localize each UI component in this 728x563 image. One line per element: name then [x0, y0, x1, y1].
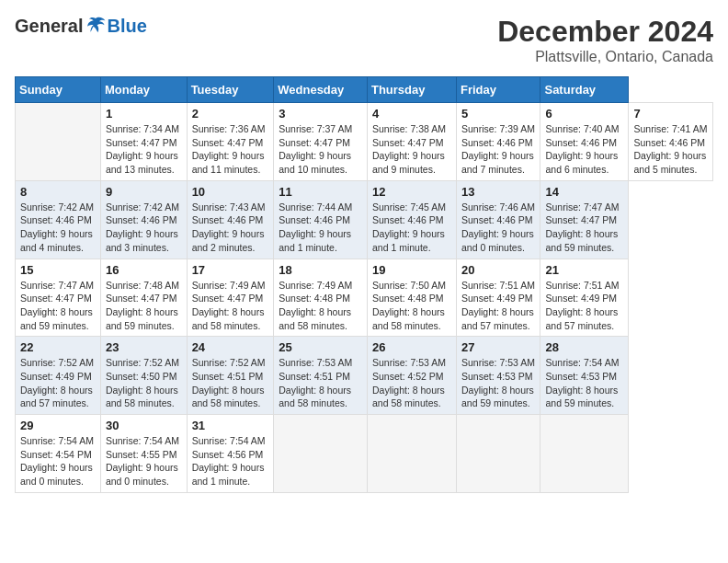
calendar-cell: 8Sunrise: 7:42 AMSunset: 4:46 PMDaylight… — [16, 180, 101, 259]
day-number: 13 — [461, 185, 535, 199]
day-info: Sunrise: 7:48 AMSunset: 4:47 PMDaylight:… — [106, 279, 182, 333]
month-title: December 2024 — [497, 15, 713, 49]
day-number: 29 — [20, 419, 96, 432]
calendar-week-1: 1Sunrise: 7:34 AMSunset: 4:47 PMDaylight… — [16, 103, 713, 181]
location-text: Plattsville, Ontario, Canada — [497, 49, 713, 65]
calendar-cell: 24Sunrise: 7:52 AMSunset: 4:51 PMDayligh… — [187, 337, 274, 415]
page-header: General Blue December 2024 Plattsville, … — [15, 15, 713, 65]
day-number: 9 — [106, 185, 182, 199]
day-info: Sunrise: 7:52 AMSunset: 4:50 PMDaylight:… — [106, 356, 182, 410]
day-number: 5 — [461, 107, 535, 121]
day-info: Sunrise: 7:51 AMSunset: 4:49 PMDaylight:… — [461, 279, 535, 333]
day-info: Sunrise: 7:54 AMSunset: 4:56 PMDaylight:… — [192, 434, 269, 488]
day-info: Sunrise: 7:51 AMSunset: 4:49 PMDaylight:… — [545, 279, 623, 333]
day-info: Sunrise: 7:53 AMSunset: 4:53 PMDaylight:… — [461, 356, 535, 410]
calendar-cell: 15Sunrise: 7:47 AMSunset: 4:47 PMDayligh… — [16, 259, 101, 337]
day-number: 11 — [279, 185, 362, 199]
day-number: 21 — [545, 263, 623, 277]
day-info: Sunrise: 7:43 AMSunset: 4:46 PMDaylight:… — [192, 201, 269, 255]
day-info: Sunrise: 7:47 AMSunset: 4:47 PMDaylight:… — [545, 201, 623, 255]
calendar-table: SundayMondayTuesdayWednesdayThursdayFrid… — [15, 76, 713, 493]
day-info: Sunrise: 7:52 AMSunset: 4:51 PMDaylight:… — [192, 356, 269, 410]
calendar-cell — [16, 103, 101, 181]
day-number: 26 — [372, 340, 451, 354]
day-info: Sunrise: 7:47 AMSunset: 4:47 PMDaylight:… — [20, 279, 96, 333]
calendar-cell — [456, 415, 540, 493]
day-info: Sunrise: 7:52 AMSunset: 4:49 PMDaylight:… — [20, 356, 96, 410]
calendar-cell — [367, 415, 456, 493]
calendar-cell: 30Sunrise: 7:54 AMSunset: 4:55 PMDayligh… — [100, 415, 187, 493]
calendar-cell: 26Sunrise: 7:53 AMSunset: 4:52 PMDayligh… — [367, 337, 456, 415]
day-info: Sunrise: 7:50 AMSunset: 4:48 PMDaylight:… — [372, 279, 451, 333]
day-info: Sunrise: 7:42 AMSunset: 4:46 PMDaylight:… — [106, 201, 182, 255]
calendar-cell: 13Sunrise: 7:46 AMSunset: 4:46 PMDayligh… — [456, 180, 540, 259]
calendar-cell: 31Sunrise: 7:54 AMSunset: 4:56 PMDayligh… — [187, 415, 274, 493]
day-info: Sunrise: 7:53 AMSunset: 4:51 PMDaylight:… — [279, 356, 362, 410]
day-number: 24 — [192, 340, 269, 354]
calendar-week-3: 15Sunrise: 7:47 AMSunset: 4:47 PMDayligh… — [16, 259, 713, 337]
day-info: Sunrise: 7:37 AMSunset: 4:47 PMDaylight:… — [279, 122, 362, 177]
day-info: Sunrise: 7:42 AMSunset: 4:46 PMDaylight:… — [20, 201, 96, 255]
calendar-cell: 4Sunrise: 7:38 AMSunset: 4:47 PMDaylight… — [367, 103, 456, 181]
day-number: 22 — [20, 340, 96, 354]
day-info: Sunrise: 7:54 AMSunset: 4:53 PMDaylight:… — [545, 356, 623, 410]
day-number: 8 — [20, 185, 96, 199]
calendar-cell: 28Sunrise: 7:54 AMSunset: 4:53 PMDayligh… — [540, 337, 629, 415]
day-number: 16 — [106, 263, 182, 277]
day-info: Sunrise: 7:54 AMSunset: 4:55 PMDaylight:… — [106, 434, 182, 488]
day-info: Sunrise: 7:36 AMSunset: 4:47 PMDaylight:… — [192, 122, 269, 177]
day-info: Sunrise: 7:41 AMSunset: 4:46 PMDaylight:… — [633, 122, 708, 177]
day-number: 17 — [192, 263, 269, 277]
day-info: Sunrise: 7:34 AMSunset: 4:47 PMDaylight:… — [106, 122, 182, 177]
calendar-cell: 14Sunrise: 7:47 AMSunset: 4:47 PMDayligh… — [540, 180, 629, 259]
calendar-cell: 9Sunrise: 7:42 AMSunset: 4:46 PMDaylight… — [100, 180, 187, 259]
calendar-cell: 19Sunrise: 7:50 AMSunset: 4:48 PMDayligh… — [367, 259, 456, 337]
calendar-cell — [540, 415, 629, 493]
day-info: Sunrise: 7:44 AMSunset: 4:46 PMDaylight:… — [279, 201, 362, 255]
calendar-cell: 27Sunrise: 7:53 AMSunset: 4:53 PMDayligh… — [456, 337, 540, 415]
day-info: Sunrise: 7:40 AMSunset: 4:46 PMDaylight:… — [545, 122, 623, 177]
day-info: Sunrise: 7:38 AMSunset: 4:47 PMDaylight:… — [372, 122, 451, 177]
day-info: Sunrise: 7:54 AMSunset: 4:54 PMDaylight:… — [20, 434, 96, 488]
calendar-week-4: 22Sunrise: 7:52 AMSunset: 4:49 PMDayligh… — [16, 337, 713, 415]
day-number: 4 — [372, 107, 451, 121]
day-number: 7 — [633, 107, 708, 121]
day-number: 30 — [106, 419, 182, 432]
calendar-cell: 16Sunrise: 7:48 AMSunset: 4:47 PMDayligh… — [100, 259, 187, 337]
calendar-cell — [274, 415, 368, 493]
calendar-header-monday: Monday — [100, 77, 187, 103]
calendar-cell: 20Sunrise: 7:51 AMSunset: 4:49 PMDayligh… — [456, 259, 540, 337]
day-number: 1 — [106, 107, 182, 121]
logo-bird-icon — [85, 15, 107, 37]
calendar-header-saturday: Saturday — [540, 77, 629, 103]
day-number: 25 — [279, 340, 362, 354]
calendar-cell: 18Sunrise: 7:49 AMSunset: 4:48 PMDayligh… — [274, 259, 368, 337]
day-info: Sunrise: 7:45 AMSunset: 4:46 PMDaylight:… — [372, 201, 451, 255]
calendar-cell: 21Sunrise: 7:51 AMSunset: 4:49 PMDayligh… — [540, 259, 629, 337]
calendar-header-tuesday: Tuesday — [187, 77, 274, 103]
calendar-cell: 22Sunrise: 7:52 AMSunset: 4:49 PMDayligh… — [16, 337, 101, 415]
day-info: Sunrise: 7:49 AMSunset: 4:47 PMDaylight:… — [192, 279, 269, 333]
calendar-cell: 17Sunrise: 7:49 AMSunset: 4:47 PMDayligh… — [187, 259, 274, 337]
calendar-cell: 10Sunrise: 7:43 AMSunset: 4:46 PMDayligh… — [187, 180, 274, 259]
day-number: 15 — [20, 263, 96, 277]
calendar-header-sunday: Sunday — [16, 77, 101, 103]
day-number: 14 — [545, 185, 623, 199]
day-info: Sunrise: 7:53 AMSunset: 4:52 PMDaylight:… — [372, 356, 451, 410]
day-number: 18 — [279, 263, 362, 277]
day-number: 2 — [192, 107, 269, 121]
day-number: 31 — [192, 419, 269, 432]
day-number: 28 — [545, 340, 623, 354]
title-block: December 2024 Plattsville, Ontario, Cana… — [497, 15, 713, 65]
day-number: 12 — [372, 185, 451, 199]
logo-blue-text: Blue — [107, 16, 146, 37]
calendar-cell: 5Sunrise: 7:39 AMSunset: 4:46 PMDaylight… — [456, 103, 540, 181]
calendar-cell: 12Sunrise: 7:45 AMSunset: 4:46 PMDayligh… — [367, 180, 456, 259]
calendar-header-thursday: Thursday — [367, 77, 456, 103]
day-info: Sunrise: 7:46 AMSunset: 4:46 PMDaylight:… — [461, 201, 535, 255]
calendar-cell: 29Sunrise: 7:54 AMSunset: 4:54 PMDayligh… — [16, 415, 101, 493]
calendar-cell: 23Sunrise: 7:52 AMSunset: 4:50 PMDayligh… — [100, 337, 187, 415]
logo: General Blue — [15, 15, 147, 37]
day-number: 3 — [279, 107, 362, 121]
calendar-week-5: 29Sunrise: 7:54 AMSunset: 4:54 PMDayligh… — [16, 415, 713, 493]
